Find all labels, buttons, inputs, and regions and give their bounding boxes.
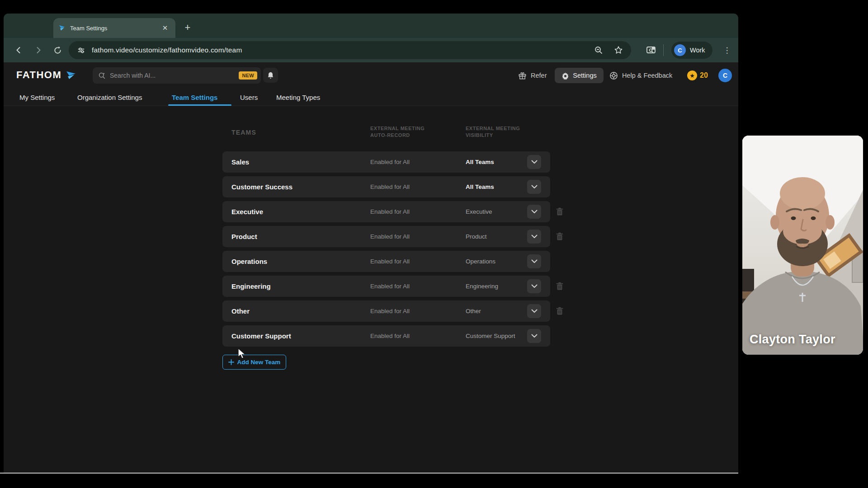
coin-count: 20 xyxy=(700,71,708,80)
refer-button[interactable]: Refer xyxy=(518,62,547,89)
side-panel-search-icon[interactable] xyxy=(644,43,658,57)
team-settings-content: TEAMS EXTERNAL MEETINGAUTO-RECORD EXTERN… xyxy=(4,106,738,429)
notifications-button[interactable] xyxy=(263,68,278,83)
visibility-dropdown[interactable] xyxy=(527,155,541,169)
team-auto-record-value: Enabled for All xyxy=(370,183,410,190)
team-auto-record-value: Enabled for All xyxy=(370,159,410,165)
chevron-down-icon xyxy=(531,284,538,288)
add-new-team-label: Add New Team xyxy=(237,359,281,366)
active-tab-underline xyxy=(168,104,231,106)
visibility-dropdown[interactable] xyxy=(527,205,541,219)
team-name: Sales xyxy=(231,158,249,166)
chevron-down-icon xyxy=(531,210,538,214)
search-ai-icon xyxy=(98,72,106,80)
tab-close-icon[interactable]: ✕ xyxy=(160,23,170,33)
team-visibility-value: Product xyxy=(466,233,487,240)
fathom-logo-text: FATHOM xyxy=(16,69,61,81)
help-lifering-icon xyxy=(609,71,618,80)
team-auto-record-value: Enabled for All xyxy=(370,258,410,265)
help-feedback-button[interactable]: Help & Feedback xyxy=(609,62,672,89)
webcam-name-label: Clayton Taylor xyxy=(750,333,835,347)
mouse-cursor xyxy=(237,348,247,360)
teams-section-title: TEAMS xyxy=(231,129,256,136)
browser-tab-strip: Team Settings ✕ + xyxy=(4,14,738,38)
settings-button[interactable]: Settings xyxy=(555,68,604,83)
site-info-icon[interactable] xyxy=(77,46,85,55)
coin-balance[interactable]: ★ 20 xyxy=(687,62,708,89)
chevron-down-icon xyxy=(531,334,538,338)
visibility-dropdown[interactable] xyxy=(527,254,541,268)
refer-label: Refer xyxy=(531,72,547,79)
delete-team-icon[interactable] xyxy=(556,207,564,216)
bell-icon xyxy=(267,71,274,80)
webcam-overlay: Clayton Taylor xyxy=(742,136,863,355)
table-row: Operations Enabled for All Operations xyxy=(222,251,567,272)
chevron-down-icon xyxy=(531,185,538,189)
browser-tab[interactable]: Team Settings ✕ xyxy=(53,18,175,38)
team-visibility-value: Other xyxy=(466,308,481,314)
table-row: Product Enabled for All Product xyxy=(222,226,567,247)
tab-users[interactable]: Users xyxy=(240,89,258,106)
tab-team-settings[interactable]: Team Settings xyxy=(172,89,217,106)
team-name: Product xyxy=(231,233,257,240)
toolbar-divider xyxy=(663,44,664,56)
search-input[interactable]: Search with AI... NEW xyxy=(93,67,261,84)
fathom-header: FATHOM Search with AI... NEW xyxy=(4,62,738,89)
team-auto-record-value: Enabled for All xyxy=(370,233,410,240)
fathom-favicon-icon xyxy=(59,24,66,32)
tab-title: Team Settings xyxy=(70,25,156,32)
column-header-auto-record: EXTERNAL MEETINGAUTO-RECORD xyxy=(370,125,425,139)
visibility-dropdown[interactable] xyxy=(527,329,541,343)
fathom-logo[interactable]: FATHOM xyxy=(16,69,78,81)
tab-organization-settings[interactable]: Organization Settings xyxy=(77,89,142,106)
gear-icon xyxy=(561,72,569,80)
settings-label: Settings xyxy=(573,72,596,79)
plus-icon xyxy=(228,359,234,365)
team-name: Customer Support xyxy=(231,332,291,340)
table-row: Customer Success Enabled for All All Tea… xyxy=(222,176,567,197)
zoom-out-icon[interactable] xyxy=(594,46,603,55)
webcam-video xyxy=(742,136,863,355)
team-auto-record-value: Enabled for All xyxy=(370,208,410,215)
gift-icon xyxy=(518,71,527,80)
forward-icon[interactable] xyxy=(32,43,45,57)
visibility-dropdown[interactable] xyxy=(527,279,541,293)
team-name: Executive xyxy=(231,208,263,216)
chevron-down-icon xyxy=(531,160,538,164)
team-name: Operations xyxy=(231,258,267,265)
visibility-dropdown[interactable] xyxy=(527,304,541,318)
browser-menu-icon[interactable]: ⋮ xyxy=(722,43,732,57)
delete-team-icon[interactable] xyxy=(556,232,564,241)
team-name: Other xyxy=(231,307,250,315)
new-tab-button[interactable]: + xyxy=(181,21,194,34)
tab-my-settings[interactable]: My Settings xyxy=(19,89,55,106)
table-row: Executive Enabled for All Executive xyxy=(222,201,567,222)
settings-nav: My Settings Organization Settings Team S… xyxy=(4,89,738,106)
tab-meeting-types[interactable]: Meeting Types xyxy=(276,89,320,106)
team-visibility-value: Operations xyxy=(466,258,495,265)
chevron-down-icon xyxy=(531,235,538,239)
browser-toolbar: fathom.video/customize/fathomvideo.com/t… xyxy=(4,38,738,62)
back-icon[interactable] xyxy=(12,43,25,57)
url-bar[interactable]: fathom.video/customize/fathomvideo.com/t… xyxy=(69,41,631,59)
reload-icon[interactable] xyxy=(51,43,64,57)
team-visibility-value: Customer Support xyxy=(466,333,515,339)
chevron-down-icon xyxy=(531,259,538,263)
team-visibility-value: All Teams xyxy=(466,183,494,190)
add-new-team-button[interactable]: Add New Team xyxy=(222,355,286,370)
bookmark-star-icon[interactable] xyxy=(614,46,623,55)
coin-star-icon: ★ xyxy=(687,70,697,80)
user-avatar[interactable]: C xyxy=(718,69,732,82)
chevron-down-icon xyxy=(531,309,538,313)
visibility-dropdown[interactable] xyxy=(527,180,541,194)
team-auto-record-value: Enabled for All xyxy=(370,333,410,339)
delete-team-icon[interactable] xyxy=(556,307,564,315)
visibility-dropdown[interactable] xyxy=(527,230,541,244)
team-visibility-value: All Teams xyxy=(466,159,494,165)
browser-profile-chip[interactable]: C Work xyxy=(671,42,712,59)
table-row: Sales Enabled for All All Teams xyxy=(222,151,567,173)
table-row: Customer Support Enabled for All Custome… xyxy=(222,325,567,347)
team-name: Customer Success xyxy=(231,183,292,191)
delete-team-icon[interactable] xyxy=(556,282,564,291)
help-feedback-label: Help & Feedback xyxy=(622,72,672,79)
